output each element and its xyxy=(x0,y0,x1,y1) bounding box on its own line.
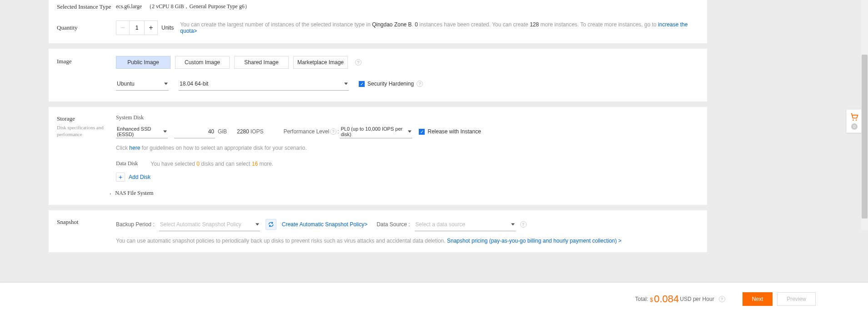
backup-period-placeholder: Select Automatic Snapshot Policy xyxy=(160,221,241,228)
system-disk-label: System Disk xyxy=(116,114,699,121)
currency-symbol: $ xyxy=(650,297,653,303)
cart-icon xyxy=(850,112,859,122)
image-os-value: Ubuntu xyxy=(117,81,135,87)
next-button[interactable]: Next xyxy=(743,292,773,306)
storage-sublabel: Disk specifications and performance xyxy=(57,124,116,138)
tab-custom-image[interactable]: Custom Image xyxy=(175,56,230,69)
instance-name-value: ecs.g6.large xyxy=(116,3,142,10)
selected-instance-type-label: Selected Instance Type xyxy=(57,3,116,10)
nas-file-system-toggle[interactable]: › NAS File System xyxy=(110,190,699,197)
chevron-down-icon xyxy=(511,223,515,225)
image-version-value: 18.04 64-bit xyxy=(180,81,208,87)
data-disk-hint: You have selected 0 disks and can select… xyxy=(151,161,273,167)
quantity-units-label: Units xyxy=(161,25,174,31)
disk-guideline-text: Click here for guidelines on how to sele… xyxy=(116,145,699,151)
quantity-hint: You can create the largest number of ins… xyxy=(180,21,699,34)
data-disk-label: Data Disk xyxy=(116,160,138,167)
backup-period-label: Backup Period : xyxy=(116,221,155,228)
add-disk-button[interactable]: + Add Disk xyxy=(116,173,151,182)
performance-level-help-icon[interactable]: ? xyxy=(330,128,336,135)
system-disk-type-select[interactable]: Enhanced SSD (ESSD) xyxy=(116,125,168,138)
chevron-down-icon xyxy=(164,82,168,85)
image-help-icon[interactable]: ? xyxy=(355,59,361,66)
image-version-select[interactable]: 18.04 64-bit xyxy=(179,77,349,91)
scrollbar-track[interactable] xyxy=(861,0,868,230)
svg-point-0 xyxy=(853,119,854,121)
quantity-increase-button[interactable]: + xyxy=(145,21,157,35)
performance-level-select[interactable]: PL0 (up to 10,000 IOPS per disk) xyxy=(340,125,412,138)
release-with-instance-checkbox[interactable]: ✓ xyxy=(419,129,425,135)
instance-quantity-panel: Selected Instance Type ecs.g6.large （2 v… xyxy=(49,0,707,43)
instance-spec-value: （2 vCPU 8 GiB，General Purpose Type g6） xyxy=(146,3,250,10)
chevron-down-icon xyxy=(256,223,259,225)
performance-level-label: Performance Level xyxy=(283,128,329,135)
release-with-instance-label: Release with Instance xyxy=(427,128,481,135)
disk-guideline-link[interactable]: here xyxy=(129,145,140,151)
security-hardening-help-icon[interactable]: ? xyxy=(416,81,423,87)
image-panel: Image Public Image Custom Image Shared I… xyxy=(49,49,707,102)
chevron-down-icon xyxy=(344,82,348,85)
system-disk-size-unit: GiB xyxy=(218,128,227,135)
plus-icon: + xyxy=(116,173,125,182)
svg-point-1 xyxy=(856,119,857,121)
chevron-down-icon xyxy=(408,130,411,132)
chevron-right-icon: › xyxy=(110,191,111,196)
snapshot-section-label: Snapshot xyxy=(57,218,116,226)
snapshot-note: You can use automatic snapshot policies … xyxy=(116,238,699,244)
storage-panel: Storage Disk specifications and performa… xyxy=(49,107,707,205)
security-hardening-checkbox[interactable]: ✓ xyxy=(359,81,365,87)
snapshot-panel: Snapshot Backup Period : Select Automati… xyxy=(49,210,707,252)
image-os-select[interactable]: Ubuntu xyxy=(116,77,169,91)
iops-suffix: IOPS xyxy=(251,128,264,135)
create-snapshot-policy-link[interactable]: Create Automatic Snapshot Policy> xyxy=(282,221,367,228)
cart-widget[interactable]: 0 xyxy=(846,109,863,133)
backup-period-select[interactable]: Select Automatic Snapshot Policy xyxy=(159,218,260,231)
system-disk-type-value: Enhanced SSD (ESSD) xyxy=(117,126,159,137)
refresh-snapshot-button[interactable] xyxy=(266,219,276,230)
quantity-input[interactable] xyxy=(129,21,145,35)
price-help-icon[interactable]: ? xyxy=(719,296,725,302)
tab-shared-image[interactable]: Shared Image xyxy=(234,56,289,69)
data-source-select[interactable]: Select a data source xyxy=(415,218,516,231)
tab-public-image[interactable]: Public Image xyxy=(116,56,171,69)
quantity-stepper[interactable]: − + xyxy=(116,20,158,35)
price-unit: USD per Hour xyxy=(680,296,714,302)
iops-value: 2280 xyxy=(237,128,249,135)
footer-bar: Total: $ 0.084 USD per Hour ? Next Previ… xyxy=(0,282,868,315)
total-price: 0.084 xyxy=(654,293,679,305)
data-source-label: Data Source : xyxy=(376,221,410,228)
quantity-decrease-button[interactable]: − xyxy=(116,21,129,35)
cart-count-badge: 0 xyxy=(851,123,858,130)
image-section-label: Image xyxy=(57,56,116,65)
system-disk-size-input[interactable] xyxy=(174,125,215,138)
chevron-down-icon xyxy=(163,130,167,132)
data-source-placeholder: Select a data source xyxy=(416,221,465,228)
storage-section-label: Storage xyxy=(57,115,116,122)
preview-button[interactable]: Preview xyxy=(777,292,816,306)
data-source-help-icon[interactable]: ? xyxy=(520,221,527,228)
tab-marketplace-image[interactable]: Marketplace Image xyxy=(293,56,348,69)
snapshot-pricing-link[interactable]: Snapshot pricing (pay-as-you-go billing … xyxy=(447,238,622,244)
total-label: Total: xyxy=(635,296,648,302)
security-hardening-label: Security Hardening xyxy=(367,81,414,87)
performance-level-value: PL0 (up to 10,000 IOPS per disk) xyxy=(341,126,403,137)
refresh-icon xyxy=(268,221,274,228)
scrollbar-thumb[interactable] xyxy=(862,55,868,218)
quantity-label: Quantity xyxy=(57,24,116,31)
